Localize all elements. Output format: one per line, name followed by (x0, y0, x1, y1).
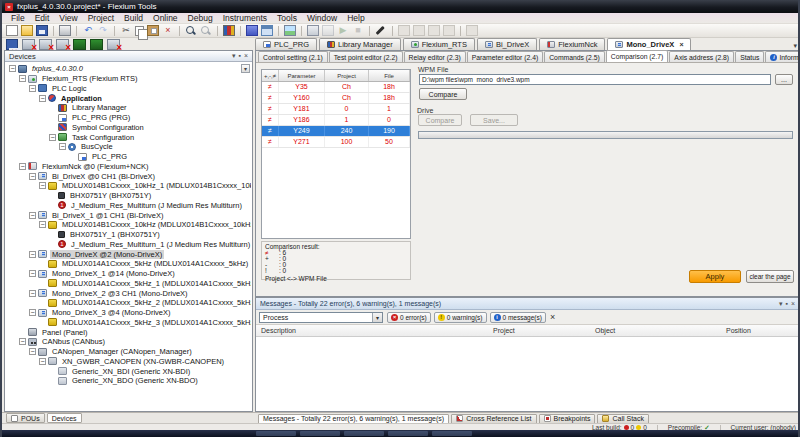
tree-item-mono-drivex[interactable]: −Mono_DriveX @2 (Mono-DriveX) (6, 249, 251, 259)
tree-item-mdlux014a1cxxxx-5khz-1[interactable]: MDLUX014A1Cxxxx_5kHz_1 (MDLUX014A1Cxxxx_… (6, 279, 251, 289)
wpm-file-path-input[interactable] (419, 74, 771, 85)
tree-item-library[interactable]: Library Manager (6, 103, 251, 113)
taskbar-button[interactable] (432, 431, 472, 436)
build-icon[interactable] (246, 25, 258, 36)
sub-tab-relay-editor-2-3[interactable]: Relay editor (2.3) (404, 51, 466, 62)
taskbar-button[interactable] (388, 431, 428, 436)
sub-tab-information[interactable]: iInformation (765, 51, 800, 62)
tab-overflow-icon[interactable]: ▾ (793, 42, 800, 50)
panel-tab-pous[interactable]: POUs (6, 413, 45, 423)
collapse-icon[interactable]: − (49, 134, 56, 141)
tree-item-bhx0751y-1[interactable]: BHX0751Y_1 (BHX0751Y) (6, 230, 251, 240)
browse-button[interactable]: ... (775, 74, 793, 85)
step-over-icon[interactable] (398, 25, 410, 36)
column-header[interactable]: File (369, 70, 410, 81)
tree-item-canopen-manager[interactable]: −CANopen_Manager (CANopen_Manager) (6, 347, 251, 357)
undo-icon[interactable]: ↶ (82, 25, 94, 36)
tree-item-application[interactable]: −Application (6, 93, 251, 103)
clear-page-button[interactable]: clear the page (746, 270, 794, 283)
message-column-position[interactable]: Position (726, 325, 751, 337)
panel-tab-call[interactable]: Call Stack (597, 414, 649, 424)
collapse-icon[interactable]: − (9, 65, 16, 72)
panel-tab-breakpoints[interactable]: Breakpoints (539, 414, 596, 424)
collapse-icon[interactable]: − (29, 85, 36, 92)
sub-tab-parameter-editor-2-4[interactable]: Parameter editor (2.4) (467, 51, 544, 62)
cut-icon[interactable]: ✂ (120, 25, 132, 36)
dropdown-icon[interactable]: ▾ (779, 299, 783, 309)
tree-item-canbus[interactable]: −CANbus (CANbus) (6, 337, 251, 347)
drive-compare-button[interactable]: Compare (418, 114, 462, 126)
delete-icon[interactable]: × (162, 25, 174, 36)
collapse-icon[interactable]: − (29, 251, 36, 258)
boot-project-offline-icon[interactable] (6, 39, 18, 50)
column-header[interactable]: Parameter (279, 70, 325, 81)
save-icon[interactable] (36, 25, 48, 36)
tree-item-buscycle[interactable]: −BusCycle (6, 142, 251, 152)
tree-item-flexiumnck[interactable]: −FlexiumNck @0 (Flexium+NCK) (6, 162, 251, 172)
device-offline-icon[interactable] (22, 39, 35, 50)
menu-debug[interactable]: Debug (183, 13, 218, 24)
chevron-down-icon[interactable]: ▾ (372, 313, 382, 322)
collapse-icon[interactable]: − (19, 163, 26, 170)
menu-file[interactable]: File (6, 13, 30, 24)
stop-icon[interactable]: ■ (352, 25, 364, 36)
windows-taskbar[interactable] (0, 430, 800, 437)
collapse-icon[interactable]: − (59, 143, 66, 150)
clear-messages-icon[interactable]: × (550, 312, 555, 323)
tree-item-mono-drivex-1[interactable]: −Mono_DriveX_1 @14 (Mono-DriveX) (6, 269, 251, 279)
print-icon[interactable] (59, 25, 71, 36)
sub-tab-control-setting-2-1[interactable]: Control setting (2.1) (258, 51, 328, 62)
tree-item-j-medium-res-multiturn[interactable]: 1J_Medium_Res_Multiturn (J Medium Res Mu… (6, 201, 251, 211)
collapse-icon[interactable]: − (29, 212, 36, 219)
sub-tab-axis-address-2-8[interactable]: Axis address (2.8) (669, 51, 734, 62)
menu-build[interactable]: Build (119, 13, 148, 24)
device-window-icon[interactable] (261, 25, 273, 36)
screenshot-icon[interactable] (284, 25, 296, 36)
collapse-icon[interactable]: − (29, 290, 36, 297)
doc-tab-flexium-rts[interactable]: Flexium_RTS (403, 38, 475, 50)
message-category-combo[interactable]: Process ▾ (259, 312, 383, 323)
doc-tab-bi-drivex[interactable]: Bi_DriveX (477, 38, 537, 50)
tree-scroll-button[interactable]: ▾ (241, 64, 250, 73)
table-row[interactable]: ≠Y160Ch18h (262, 93, 410, 104)
close-icon[interactable]: × (791, 299, 795, 309)
login-icon[interactable] (307, 25, 319, 36)
tree-item-panel[interactable]: Panel (Panel) (6, 327, 251, 337)
collapse-icon[interactable]: − (29, 348, 36, 355)
sub-tab-status[interactable]: Status (735, 51, 764, 62)
tree-item-mdlux014b1cxxxx-10khz[interactable]: −MDLUX014B1Cxxxx_10kHz (MDLUX014B1Cxxxx_… (6, 220, 251, 230)
collapse-icon[interactable]: − (39, 221, 46, 228)
tree-item-task[interactable]: −Task Configuration (6, 132, 251, 142)
taskbar-button[interactable] (256, 431, 296, 436)
sub-tab-comparison-2-7[interactable]: Comparison (2.7) (606, 50, 669, 62)
table-row[interactable]: ≠Y35Ch18h (262, 82, 410, 93)
library-manager-icon[interactable] (223, 25, 235, 36)
tree-item-fxplus-4-0-30-0[interactable]: −fxplus_4.0.30.0 (6, 64, 251, 74)
redo-icon[interactable]: ↷ (97, 25, 109, 36)
collapse-icon[interactable]: − (39, 182, 46, 189)
tree-item-plc[interactable]: −PLC Logic (6, 84, 251, 94)
collapse-icon[interactable]: − (29, 270, 36, 277)
paste-icon[interactable] (147, 25, 159, 36)
table-row[interactable]: ≠Y249240190 (262, 126, 410, 137)
device-offline-icon[interactable] (56, 39, 69, 50)
menu-window[interactable]: Window (302, 13, 342, 24)
find-replace-icon[interactable] (200, 25, 212, 36)
doc-tab-mono-drivex[interactable]: Mono_DriveX× (607, 38, 691, 50)
menu-tools[interactable]: Tools (272, 13, 302, 24)
doc-tab-library-manager[interactable]: Library Manager (319, 38, 401, 50)
filter-warning-button[interactable]: !0 warning(s) (434, 312, 487, 323)
edit-mode-icon[interactable] (466, 25, 478, 36)
collapse-icon[interactable]: − (39, 358, 46, 365)
close-icon[interactable]: × (244, 51, 248, 61)
menu-online[interactable]: Online (148, 13, 183, 24)
step-into-icon[interactable] (413, 25, 425, 36)
panel-online-icon[interactable] (73, 39, 86, 50)
run-to-cursor-icon[interactable] (443, 25, 455, 36)
panel-online-icon[interactable] (90, 39, 103, 50)
pin-icon[interactable]: ▪ (238, 51, 240, 61)
column-header[interactable]: +,-,≠ (262, 70, 279, 81)
taskbar-button[interactable] (344, 431, 384, 436)
menu-project[interactable]: Project (83, 13, 119, 24)
tree-item-symbol[interactable]: Symbol Configuration (6, 123, 251, 133)
